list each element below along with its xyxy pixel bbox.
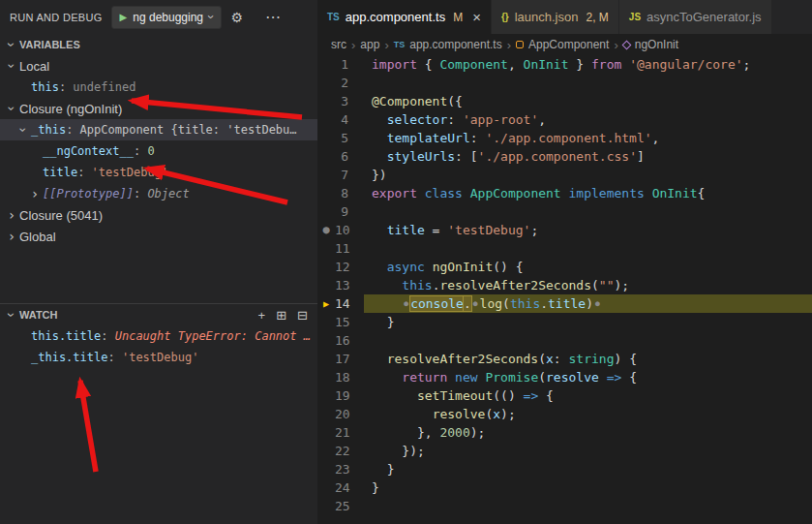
- breakpoint-gutter[interactable]: [317, 166, 335, 184]
- breakpoint-gutter[interactable]: [317, 55, 335, 74]
- code-token: x: [546, 352, 554, 366]
- variable-row[interactable]: ›_this: AppComponent {title: 'testDebu…: [0, 119, 317, 140]
- breadcrumb-separator-icon: ›: [384, 38, 388, 52]
- breakpoint-gutter[interactable]: [317, 202, 335, 221]
- watch-row[interactable]: _this.title: 'testDebug': [0, 347, 317, 368]
- code-line-3: 3@Component({: [317, 92, 812, 110]
- line-number: 4: [335, 110, 364, 129]
- tab-asyncToGenerator.js[interactable]: JSasyncToGenerator.js: [619, 0, 772, 34]
- line-number: 5: [335, 129, 364, 147]
- open-panes-icon[interactable]: ⊞: [276, 308, 286, 323]
- variable-row[interactable]: this: undefined: [0, 77, 317, 98]
- code-text: }: [364, 460, 812, 478]
- variable-row[interactable]: __ngContext__: 0: [0, 140, 317, 162]
- code-line-25: 25: [317, 497, 812, 515]
- tab-launch.json[interactable]: {}launch.json2, M: [492, 0, 619, 34]
- tree-text: this: [31, 80, 59, 94]
- chevron-down-icon[interactable]: ›: [4, 101, 19, 116]
- tree-text: Object: [147, 187, 189, 200]
- watch-section-header[interactable]: › WATCH +⊞⊟: [0, 304, 317, 325]
- git-status-badge: 2, M: [586, 11, 608, 24]
- code-text: async ngOnInit() {: [364, 258, 812, 276]
- code-token: new: [455, 370, 477, 385]
- breakpoint-gutter[interactable]: [317, 350, 335, 368]
- watch-row[interactable]: this.title: Uncaught TypeError: Cannot …: [0, 325, 317, 347]
- breakpoint-gutter[interactable]: [317, 129, 335, 147]
- chevron-right-icon[interactable]: ›: [27, 186, 43, 201]
- variable-row[interactable]: title: 'testDebug': [0, 162, 317, 183]
- variables-section-header[interactable]: › VARIABLES: [0, 34, 317, 55]
- code-token: './app.component.css': [478, 149, 637, 164]
- breakpoint-gutter[interactable]: [317, 405, 335, 423]
- breakpoint-icon[interactable]: ●: [317, 221, 335, 239]
- code-token: }: [372, 480, 379, 495]
- code-text: resolve(x);: [364, 405, 812, 423]
- debug-config-dropdown[interactable]: ▶ ng debugging ›: [111, 6, 223, 29]
- collapse-all-icon[interactable]: ⊟: [297, 308, 308, 323]
- breakpoint-gutter[interactable]: [317, 92, 335, 110]
- method-symbol-icon: [621, 40, 631, 49]
- variable-row[interactable]: ›[[Prototype]]: Object: [0, 183, 317, 204]
- breakpoint-gutter[interactable]: [317, 276, 335, 294]
- breadcrumb-item-ngOnInit[interactable]: ngOnInit: [623, 38, 678, 51]
- code-token: [599, 370, 607, 385]
- breakpoint-gutter[interactable]: [317, 386, 335, 405]
- start-debugging-icon[interactable]: ▶: [120, 12, 128, 22]
- breakpoint-gutter[interactable]: [317, 74, 335, 92]
- line-number: 17: [335, 350, 364, 368]
- breakpoint-gutter[interactable]: [317, 478, 335, 497]
- breakpoint-gutter[interactable]: [317, 147, 335, 166]
- breakpoint-gutter[interactable]: [317, 110, 335, 129]
- vscode-window: RUN AND DEBUG ▶ ng debugging › ⚙ ⋯ › VAR…: [0, 0, 812, 524]
- tree-text: _this.title: [31, 351, 107, 364]
- tree-text: :: [77, 166, 91, 179]
- breakpoint-gutter[interactable]: [317, 442, 335, 460]
- breakpoint-gutter[interactable]: [317, 239, 335, 258]
- tree-text: 'testDebug': [122, 351, 198, 364]
- code-text: [364, 74, 812, 92]
- breadcrumb-item-src[interactable]: src: [331, 38, 346, 51]
- breakpoint-gutter[interactable]: [317, 368, 335, 386]
- line-number: 15: [335, 313, 364, 331]
- code-token: (: [502, 296, 510, 311]
- code-area[interactable]: 1import { Component, OnInit } from '@ang…: [317, 55, 812, 524]
- variable-row[interactable]: ›Local: [0, 55, 317, 77]
- code-token: async: [387, 260, 425, 274]
- chevron-down-icon[interactable]: ›: [15, 122, 31, 138]
- code-line-4: 4 selector: 'app-root',: [317, 110, 812, 129]
- watch-actions: +⊞⊟: [258, 308, 317, 323]
- more-actions-icon[interactable]: ⋯: [265, 8, 281, 26]
- panel-title: RUN AND DEBUG: [10, 12, 103, 23]
- breakpoint-gutter[interactable]: [317, 423, 335, 442]
- close-icon[interactable]: ×: [472, 9, 481, 25]
- line-number: 23: [335, 460, 364, 478]
- code-token: './app.component.html': [485, 131, 651, 145]
- gear-icon[interactable]: ⚙: [230, 10, 243, 25]
- chevron-right-icon[interactable]: ›: [4, 229, 19, 244]
- code-token: console: [410, 296, 464, 311]
- breakpoint-gutter[interactable]: [317, 184, 335, 202]
- breadcrumb-item-app.component.ts[interactable]: TSapp.component.ts: [394, 38, 502, 51]
- breakpoint-gutter[interactable]: [317, 313, 335, 331]
- variable-row[interactable]: ›Closure (ngOnInit): [0, 98, 317, 119]
- code-token: [645, 186, 652, 200]
- breadcrumb-item-app[interactable]: app: [360, 38, 379, 51]
- code-token: [372, 407, 433, 421]
- debug-current-line-arrow-icon[interactable]: ▶: [317, 294, 335, 313]
- code-line-5: 5 templateUrl: './app.component.html',: [317, 129, 812, 147]
- code-text: setTimeout(() => {: [364, 386, 812, 405]
- breakpoint-gutter[interactable]: [317, 258, 335, 276]
- variable-row[interactable]: ›Global: [0, 226, 317, 247]
- class-symbol-icon: [516, 41, 524, 48]
- chevron-down-icon[interactable]: ›: [4, 58, 19, 74]
- line-number: 18: [335, 368, 364, 386]
- line-number: 9: [335, 202, 364, 221]
- add-expression-icon[interactable]: +: [258, 308, 266, 323]
- breadcrumb-item-AppComponent[interactable]: AppComponent: [516, 38, 609, 51]
- breakpoint-gutter[interactable]: [317, 331, 335, 350]
- breakpoint-gutter[interactable]: [317, 460, 335, 478]
- breakpoint-gutter[interactable]: [317, 497, 335, 515]
- tab-app.component.ts[interactable]: TSapp.component.tsM×: [317, 0, 492, 34]
- chevron-right-icon[interactable]: ›: [4, 207, 19, 223]
- variable-row[interactable]: ›Closure (5041): [0, 204, 317, 226]
